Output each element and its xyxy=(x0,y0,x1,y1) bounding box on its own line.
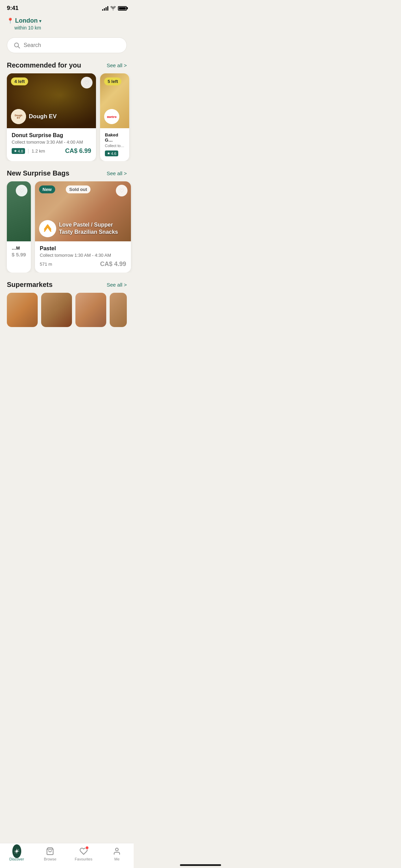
supermarkets-row[interactable] xyxy=(0,293,134,327)
location-city: London xyxy=(15,17,38,24)
list-item[interactable]: 4 left ♡ DoughEV Dough EV Donut Surprise… xyxy=(7,73,96,161)
card-title: Baked G… xyxy=(105,132,124,143)
search-container xyxy=(0,35,134,59)
card-body: …M $ 5.99 xyxy=(7,241,31,262)
price-value: $ 5.99 xyxy=(12,252,26,257)
card-footer: ★ 4.8 1.2 km CA$ 6.99 xyxy=(12,147,91,155)
rating-badge: ★ 4.8 xyxy=(12,148,25,154)
price-value: CA$ 4.99 xyxy=(100,261,126,268)
quantity-badge: 5 left xyxy=(104,77,121,85)
store-name: Love Pastel / SupperTasty Brazilian Snac… xyxy=(59,221,118,236)
store-badge: DoughEV Dough EV xyxy=(11,109,57,124)
location-radius: within 10 km xyxy=(7,25,127,31)
chevron-down-icon: ▾ xyxy=(39,18,41,24)
supermarkets-title: Supermarkets xyxy=(7,281,52,289)
card-footer: 571 m CA$ 4.99 xyxy=(40,261,126,268)
supermarket-thumb[interactable] xyxy=(110,293,127,327)
new-bags-title: New Surprise Bags xyxy=(7,169,69,177)
list-item[interactable]: 5 left metro Baked G… Collect to… ★ 4.6 xyxy=(100,73,129,161)
status-icons xyxy=(102,6,127,11)
list-item[interactable]: New Sold out ♡ Love Pastel / SupperTasty… xyxy=(35,181,131,273)
supermarket-thumb[interactable] xyxy=(7,293,38,327)
collect-time: Collect to… xyxy=(105,144,124,148)
star-icon: ★ xyxy=(14,149,17,153)
wifi-icon xyxy=(110,6,116,10)
rating-row: ★ 4.8 1.2 km xyxy=(12,148,45,154)
favourite-button[interactable]: ♡ xyxy=(116,185,127,196)
supermarkets-header: Supermarkets See all > xyxy=(0,278,134,293)
card-image: 4 left ♡ DoughEV Dough EV xyxy=(7,73,96,128)
store-logo: DoughEV xyxy=(11,109,26,124)
supermarket-thumb[interactable] xyxy=(75,293,106,327)
card-footer: ★ 4.6 xyxy=(105,150,124,156)
card-image: ♡ xyxy=(7,181,31,241)
new-bags-scroll[interactable]: ♡ …M $ 5.99 New Sold out ♡ xyxy=(0,181,134,273)
card-image: 5 left metro xyxy=(100,73,129,128)
store-name: Dough EV xyxy=(29,113,57,120)
signal-icon xyxy=(102,6,108,11)
rating-value: 4.8 xyxy=(18,149,23,153)
new-bags-see-all[interactable]: See all > xyxy=(107,170,127,176)
svg-line-1 xyxy=(18,47,20,48)
sold-out-badge: Sold out xyxy=(66,185,90,193)
new-bags-section: New Surprise Bags See all > ♡ …M $ 5.99 … xyxy=(0,167,134,278)
battery-icon xyxy=(118,6,127,11)
rating-badge: ★ 4.6 xyxy=(105,150,118,156)
list-item[interactable]: ♡ …M $ 5.99 xyxy=(7,181,31,273)
card-title: …M xyxy=(12,245,26,251)
card-body: Baked G… Collect to… ★ 4.6 xyxy=(100,128,129,161)
search-input[interactable] xyxy=(24,42,120,48)
distance-value: 1.2 km xyxy=(32,148,45,154)
recommended-title: Recommended for you xyxy=(7,61,81,69)
star-icon: ★ xyxy=(107,151,110,156)
location-pin-icon: 📍 xyxy=(7,17,14,24)
card-title: Pastel xyxy=(40,245,126,252)
search-icon xyxy=(13,42,20,49)
card-body: Donut Surprise Bag Collect tomorrow 3:30… xyxy=(7,128,96,159)
collect-time: Collect tomorrow 1:30 AM - 4:30 AM xyxy=(40,253,126,258)
rating-value: 4.6 xyxy=(111,152,116,156)
supermarkets-section: Supermarkets See all > xyxy=(0,278,134,333)
card-title: Donut Surprise Bag xyxy=(12,132,91,138)
recommended-section: Recommended for you See all > 4 left ♡ D… xyxy=(0,59,134,167)
status-bar: 9:41 xyxy=(0,0,134,14)
supermarket-thumb[interactable] xyxy=(41,293,72,327)
new-bags-header: New Surprise Bags See all > xyxy=(0,167,134,181)
recommended-see-all[interactable]: See all > xyxy=(107,62,127,68)
favourite-button[interactable]: ♡ xyxy=(81,77,93,88)
favourite-button[interactable]: ♡ xyxy=(16,185,27,196)
price-value: CA$ 6.99 xyxy=(65,147,91,155)
store-logo xyxy=(39,220,56,237)
search-bar[interactable] xyxy=(7,37,127,53)
location-header[interactable]: 📍 London ▾ within 10 km xyxy=(0,14,134,35)
quantity-badge: 4 left xyxy=(11,77,28,85)
recommended-header: Recommended for you See all > xyxy=(0,59,134,73)
new-badge: New xyxy=(39,185,55,193)
store-logo: metro xyxy=(104,109,119,124)
card-body: Pastel Collect tomorrow 1:30 AM - 4:30 A… xyxy=(35,241,131,273)
distance-value: 571 m xyxy=(40,262,52,267)
store-badge: metro xyxy=(104,109,119,124)
status-time: 9:41 xyxy=(7,5,19,12)
store-badge: Love Pastel / SupperTasty Brazilian Snac… xyxy=(39,220,118,237)
recommended-scroll[interactable]: 4 left ♡ DoughEV Dough EV Donut Surprise… xyxy=(0,73,134,161)
card-image: New Sold out ♡ Love Pastel / SupperTasty… xyxy=(35,181,131,241)
collect-time: Collect tomorrow 3:30 AM - 4:00 AM xyxy=(12,140,91,145)
supermarkets-see-all[interactable]: See all > xyxy=(107,282,127,288)
